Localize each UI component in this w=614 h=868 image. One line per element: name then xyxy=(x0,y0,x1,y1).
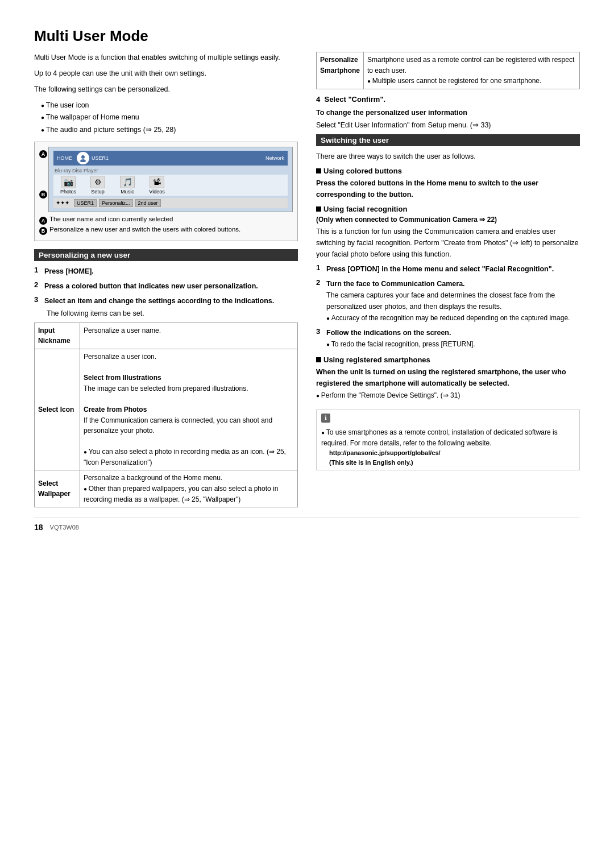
diagram-note-b: B Personalize a new user and switch the … xyxy=(39,226,293,235)
facial-step2-content: Turn the face to Communication Camera. T… xyxy=(326,278,580,324)
step2-text: Press a colored button that indicates ne… xyxy=(44,280,298,292)
change-bold: To change the personalized user informat… xyxy=(316,107,580,118)
step1-text: Press [HOME]. xyxy=(44,266,298,277)
section-personalizing-header: Personalizing a new user xyxy=(34,249,298,261)
step-2: 2 Press a colored button that indicates … xyxy=(34,280,298,292)
videos-icon: 📽 xyxy=(150,176,164,188)
facial-para: This is a function for fun using the Com… xyxy=(316,226,580,260)
nickname-content: Personalize a user name. xyxy=(80,323,298,349)
footnote-content: To use smartphones as a remote control, … xyxy=(321,427,575,467)
note-a-text: The user name and icon currently selecte… xyxy=(49,216,173,222)
sq-bullet-2 xyxy=(316,206,321,212)
wallpaper-content: Personalize a background of the Home men… xyxy=(80,470,298,507)
facial-step2-bold: Turn the face to Communication Camera. xyxy=(326,280,465,288)
footnote-english: (This site is in English only.) xyxy=(329,458,575,468)
info-icon: ℹ xyxy=(321,414,330,423)
setup-icon: ⚙ xyxy=(90,176,105,188)
wallpaper-desc: Personalize a background of the Home men… xyxy=(84,474,222,482)
diagram-user-icon xyxy=(77,152,89,164)
step3-num: 3 xyxy=(34,295,42,304)
bottom-user1: USER1 xyxy=(74,199,97,207)
facial-step2-bullet: Accuracy of the recognition may be reduc… xyxy=(326,314,570,322)
footnote-url: http://panasonic.jp/support/global/cs/ xyxy=(329,448,575,458)
left-column: Multi User Mode is a function that enabl… xyxy=(34,52,298,507)
table-row-wallpaper: Select Wallpaper Personalize a backgroun… xyxy=(35,470,298,507)
note-a-icon: A xyxy=(39,217,47,225)
step-1: 1 Press [HOME]. xyxy=(34,266,298,277)
table-row-select-icon: Select Icon Personalize a user icon. Sel… xyxy=(35,349,298,470)
diagram-controls: ✦✦✦ xyxy=(56,200,69,206)
illustrations-desc: The image can be selected from prepared … xyxy=(84,385,248,392)
facial-step3-content: Follow the indications on the screen. To… xyxy=(326,327,580,350)
bullet-item: The audio and picture settings (⇒ 25, 28… xyxy=(41,124,298,136)
subsection-colored-buttons: Using colored buttons xyxy=(316,167,580,175)
diagram-user-label: USER1 xyxy=(92,155,109,161)
facial-step2-normal: The camera captures your face and determ… xyxy=(326,291,555,311)
bullet-item: The user icon xyxy=(41,100,298,111)
smartphone-desc: Smartphone used as a remote control can … xyxy=(367,56,574,75)
note-b-icon: B xyxy=(39,227,47,235)
photos-desc: If the Communication camera is connected… xyxy=(84,416,272,435)
step-4: 4 Select "Confirm". xyxy=(316,95,580,104)
svg-point-0 xyxy=(81,155,85,159)
switching-intro: There are three ways to switch the user … xyxy=(316,151,580,162)
intro-bullets: The user icon The wallpaper of Home menu… xyxy=(41,100,298,136)
icon-note-bullet: You can also select a photo in recording… xyxy=(84,448,286,466)
step2-num: 2 xyxy=(34,280,42,289)
diagram-bottom-bar: ✦✦✦ USER1 Personaliz... 2nd user xyxy=(53,198,288,208)
step3-content: Select an item and change the settings a… xyxy=(44,295,298,319)
bottom-2nduser: 2nd user xyxy=(135,199,161,207)
colored-buttons-bold: Press the colored buttons in the Home me… xyxy=(316,177,580,200)
bottom-personaliz: Personaliz... xyxy=(99,199,133,207)
facial-note-label: (Only when connected to Communication Ca… xyxy=(316,216,580,224)
smartphones-bold: When the unit is turned on using the reg… xyxy=(316,366,580,389)
table-row-nickname: Input Nickname Personalize a user name. xyxy=(35,323,298,349)
wallpaper-label: Select Wallpaper xyxy=(35,470,80,507)
diagram-home-label: HOME xyxy=(57,155,72,161)
diagram-label-a: A xyxy=(39,150,47,158)
note-b-text: Personalize a new user and switch the us… xyxy=(49,226,240,233)
facial-step-3: 3 Follow the indications on the screen. … xyxy=(316,327,580,350)
smartphone-content: Smartphone used as a remote control can … xyxy=(364,52,580,89)
wallpaper-bullet: Other than prepared wallpapers, you can … xyxy=(84,485,278,503)
diagram-device-label: Blu-ray Disc Player xyxy=(53,168,288,175)
facial-step1-text: Press [OPTION] in the Home menu and sele… xyxy=(326,263,580,275)
diagram-icon-music: 🎵 Music xyxy=(115,176,140,195)
icon-intro: Personalize a user icon. xyxy=(84,353,156,361)
facial-step2-num: 2 xyxy=(316,278,324,287)
facial-step-2: 2 Turn the face to Communication Camera.… xyxy=(316,278,580,324)
sq-bullet-3 xyxy=(316,357,321,362)
diagram-icon-photos: 📷 Photos xyxy=(56,176,81,195)
facial-step-1: 1 Press [OPTION] in the Home menu and se… xyxy=(316,263,580,275)
step3-sub: The following items can be set. xyxy=(47,308,298,319)
smartphone-row: PersonalizeSmartphone Smartphone used as… xyxy=(317,52,580,89)
select-icon-label: Select Icon xyxy=(35,349,80,470)
select-icon-content: Personalize a user icon. Select from Ill… xyxy=(80,349,298,470)
step1-num: 1 xyxy=(34,266,42,274)
intro-para3: The following settings can be personaliz… xyxy=(34,84,298,95)
select-from-illustrations: Select from Illustrations xyxy=(84,374,161,382)
create-from-photos: Create from Photos xyxy=(84,406,147,414)
page-container: Multi User Mode Multi User Mode is a fun… xyxy=(0,0,614,868)
facial-step1-num: 1 xyxy=(316,263,324,272)
music-icon: 🎵 xyxy=(120,176,135,188)
step-3: 3 Select an item and change the settings… xyxy=(34,295,298,319)
bullet-item: The wallpaper of Home menu xyxy=(41,111,298,123)
diagram-icon-videos: 📽 Videos xyxy=(144,176,169,195)
diagram-top-bar: HOME USER1 Network xyxy=(53,151,288,166)
smartphone-bullet: Multiple users cannot be registered for … xyxy=(367,77,541,85)
smartphone-table: PersonalizeSmartphone Smartphone used as… xyxy=(316,52,580,89)
facial-step3-bold: Follow the indications on the screen. xyxy=(326,329,451,337)
sq-bullet-1 xyxy=(316,168,321,173)
footnote-bullet-1: To use smartphones as a remote control, … xyxy=(321,427,575,448)
svg-point-1 xyxy=(80,159,86,162)
diagram-network: Network xyxy=(265,155,284,161)
smartphones-bullet: Perform the "Remote Device Settings". (⇒… xyxy=(316,391,460,399)
nickname-label: Input Nickname xyxy=(35,323,80,349)
diagram-icons-row: 📷 Photos ⚙ Setup 🎵 Music xyxy=(53,175,288,196)
footnote-box: ℹ To use smartphones as a remote control… xyxy=(316,410,580,470)
footer-code: VQT3W08 xyxy=(50,524,79,531)
footer-page-number: 18 xyxy=(34,523,43,532)
diagram-container: A HOME USER1 Network Blu-ray Disc Player xyxy=(34,142,298,241)
step3-bold: Select an item and change the settings a… xyxy=(44,297,274,305)
